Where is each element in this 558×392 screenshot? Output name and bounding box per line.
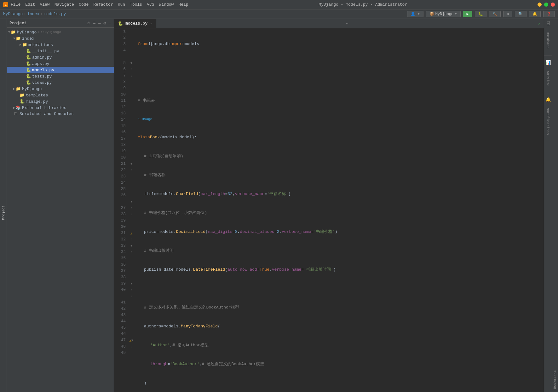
line-num-22: 21 — [117, 161, 126, 167]
menu-bar[interactable]: File Edit View Navigate Code Refactor Ru… — [11, 2, 188, 7]
tree-item-scratches[interactable]: 🗒 Scratches and Consoles — [7, 111, 114, 117]
sciview-label[interactable]: SciView — [546, 68, 550, 88]
collapse-btn-bookauthor[interactable]: ▼ — [130, 282, 132, 285]
project-selector[interactable]: 📦 MyDjango ▾ — [426, 11, 461, 17]
code-line-14 — [138, 285, 541, 292]
tree-item-init[interactable]: 🐍 __init__.py — [7, 48, 114, 54]
tab-close-button[interactable]: × — [150, 22, 152, 26]
tab-file-icon: 🐍 — [118, 21, 123, 26]
menu-edit[interactable]: Edit — [25, 2, 35, 7]
collapse-btn-str[interactable]: ▼ — [130, 162, 132, 166]
menu-code[interactable]: Code — [79, 2, 89, 7]
tree-item-views[interactable]: 🐍 views.py — [7, 79, 114, 86]
sync-icon[interactable]: ⟳ — [87, 20, 90, 26]
file-tree-header: Project ⟳ ≡ ⋯ ⚙ — — [7, 19, 114, 28]
tree-item-migrations[interactable]: ▶ 📁 migrations — [7, 42, 114, 48]
gutter-41[interactable]: ▼ — [128, 280, 135, 287]
line-num-10: 9 — [117, 85, 126, 91]
tree-label-admin: admin.py — [32, 55, 52, 60]
line-num-45: 42 — [117, 306, 126, 312]
breadcrumb-file[interactable]: models.py — [44, 12, 66, 16]
menu-file[interactable]: File — [11, 2, 20, 7]
project-sidebar-tab[interactable]: Project — [0, 19, 7, 392]
breadcrumb-index[interactable]: index — [27, 12, 39, 16]
tree-item-templates[interactable]: 📁 templates — [7, 92, 114, 98]
gutter-arrow-23: ↑ — [130, 169, 132, 172]
gutter-48 — [128, 325, 135, 331]
tree-item-index[interactable]: ▼ 📁 index — [7, 35, 114, 42]
tree-item-admin[interactable]: 🐍 admin.py — [7, 54, 114, 61]
menu-refactor[interactable]: Refactor — [93, 2, 113, 7]
line-num-25: 24 — [117, 180, 126, 186]
gutter-6[interactable]: ▼ — [128, 60, 135, 66]
gutter-22[interactable]: ▼ — [128, 161, 135, 167]
gutter-8: ↓ — [128, 72, 135, 79]
gutter-50[interactable]: ⚠▼ — [128, 337, 135, 343]
tree-item-models[interactable]: 🐍 models.py — [7, 67, 114, 73]
line-num-41: 39 — [117, 280, 126, 287]
settings-button[interactable]: ⚙ — [503, 11, 512, 17]
search-button[interactable]: 🔍 — [515, 11, 526, 17]
tree-item-apps[interactable]: 🐍 apps.py — [7, 61, 114, 67]
minimize-button[interactable] — [538, 3, 542, 7]
notifications-icon[interactable]: 🔔 — [545, 96, 551, 103]
tree-item-external[interactable]: ▶ 📚 External Libraries — [7, 105, 114, 111]
breadcrumb-project[interactable]: MyDjango — [3, 12, 23, 16]
gutter-18 — [128, 135, 135, 142]
menu-run[interactable]: Run — [118, 2, 125, 7]
tab-more-button[interactable]: ⋯ — [343, 21, 352, 26]
help-button[interactable]: ❓ — [543, 11, 555, 17]
tab-models-py[interactable]: 🐍 models.py × — [114, 19, 156, 28]
notifications-label[interactable]: Notifications — [546, 105, 550, 137]
gutter-arrow-30: ↓ — [130, 213, 132, 216]
run-button[interactable]: ▶ — [463, 11, 472, 17]
gear-icon[interactable]: ⚙ — [103, 20, 106, 26]
collapse-btn-str2[interactable]: ▼ — [130, 244, 132, 248]
collapse-btn-str3[interactable]: ▼ — [131, 339, 133, 342]
tree-item-root[interactable]: ▼ 📁 MyDjango D:\MyDjango — [7, 29, 114, 35]
gutter-35[interactable]: ▼ — [128, 243, 135, 249]
close-button[interactable] — [551, 3, 555, 7]
database-label[interactable]: Database — [546, 29, 550, 51]
menu-view[interactable]: View — [40, 2, 49, 7]
sciview-icon[interactable]: 📊 — [545, 60, 551, 66]
code-content[interactable]: from django.db import models # 书籍表 1 usa… — [135, 28, 544, 392]
close-panel-icon[interactable]: — — [109, 20, 111, 26]
file-tree-header-icons: ⟳ ≡ ⋯ ⚙ — — [87, 20, 111, 26]
dots-icon[interactable]: ⋯ — [98, 20, 101, 26]
line-numbers: 1 2 3 4 5 6 7 8 9 10 11 12 13 14 15 16 1… — [114, 28, 128, 392]
breadcrumb-sep-1: › — [24, 12, 26, 16]
bookmarks-sidebar[interactable]: Bookmarks — [552, 19, 558, 392]
debug-button[interactable]: 🐛 — [475, 11, 486, 17]
menu-navigate[interactable]: Navigate — [55, 2, 74, 7]
code-line-5-usage: 1 usage — [138, 117, 541, 122]
menu-window[interactable]: Window — [159, 2, 174, 7]
collapse-btn-class-book[interactable]: ▼ — [130, 61, 132, 65]
database-icon[interactable]: 🗄 — [545, 20, 551, 27]
folder-icon-templates: 📁 — [20, 93, 25, 98]
build-button[interactable]: 🔨 — [489, 11, 501, 17]
tree-label-apps: apps.py — [32, 61, 49, 66]
menu-help[interactable]: Help — [178, 2, 188, 7]
code-editor[interactable]: 1 2 3 4 5 6 7 8 9 10 11 12 13 14 15 16 1… — [114, 28, 544, 392]
line-num-31: 29 — [117, 217, 126, 224]
menu-vcs[interactable]: VCS — [147, 2, 154, 7]
tree-item-mydjango[interactable]: ▶ 📁 MyDjango — [7, 86, 114, 92]
line-num-23: 22 — [117, 167, 126, 173]
tree-item-manage[interactable]: 🐍 manage.py — [7, 98, 114, 105]
gutter-27 — [128, 192, 135, 199]
collapse-btn-author[interactable]: ▼ — [130, 200, 132, 204]
gutter-28[interactable]: ▼ — [128, 199, 135, 205]
notifications-button[interactable]: 🔔 — [529, 11, 541, 17]
menu-tools[interactable]: Tools — [130, 2, 142, 7]
gutter-46 — [128, 312, 135, 318]
lib-icon-external: 📚 — [16, 105, 21, 110]
folder-icon-migrations: 📁 — [22, 42, 27, 47]
tree-item-tests[interactable]: 🐍 tests.py — [7, 73, 114, 79]
user-button[interactable]: 👤 ▾ — [407, 11, 423, 17]
line-num-40: 38 — [117, 274, 126, 280]
collapse-all-icon[interactable]: ≡ — [93, 20, 95, 26]
code-line-11: price = models.DecimalField(max_digits=8… — [138, 229, 541, 235]
file-check-icon: ✓ — [538, 21, 541, 26]
maximize-button[interactable] — [544, 3, 548, 7]
